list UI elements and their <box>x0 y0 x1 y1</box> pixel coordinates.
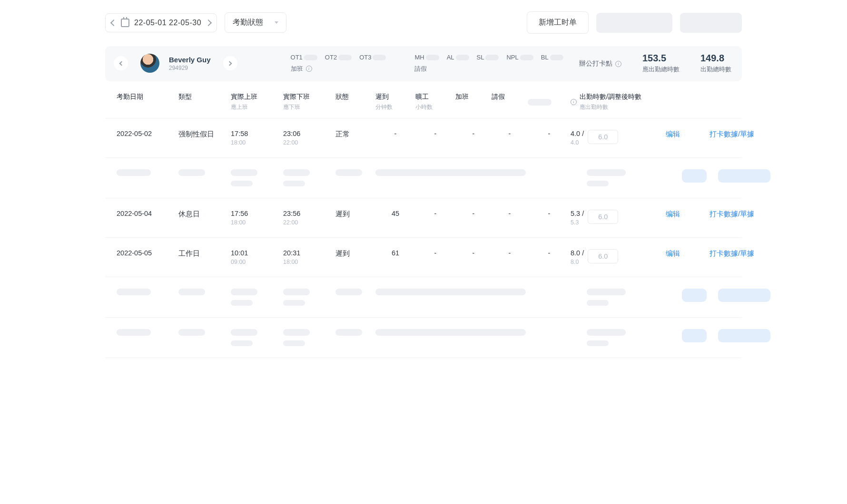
col-placeholder <box>528 93 571 111</box>
details-placeholder <box>718 289 770 302</box>
cell-late: - <box>375 130 415 137</box>
cell-actual-in: 10:0109:00 <box>231 249 283 265</box>
summary-metrics: 辦公打卡點 i 153.5 應出勤總時數 149.8 出勤總時數 <box>579 53 731 74</box>
cell-actual-in: 17:5818:00 <box>231 130 283 146</box>
details-link[interactable]: 打卡數據/單據 <box>709 130 754 139</box>
office-point-label: 辦公打卡點 <box>579 59 612 68</box>
metric-actual-value: 149.8 <box>700 53 731 64</box>
cell-extra: - <box>528 249 571 257</box>
cell-absent: - <box>415 210 455 217</box>
edit-link[interactable]: 编辑 <box>666 130 680 138</box>
cell-extra: - <box>528 210 571 217</box>
sl-label: SL <box>477 54 484 61</box>
table-row-skeleton <box>105 318 742 358</box>
info-icon[interactable]: i <box>571 99 577 105</box>
cell-date: 2022-05-04 <box>117 210 178 217</box>
ot1-pill <box>304 55 317 60</box>
edit-link[interactable]: 编辑 <box>666 250 680 257</box>
info-icon[interactable]: i <box>306 66 312 72</box>
metric-required: 153.5 應出勤總時數 <box>642 53 680 74</box>
col-status: 狀態 <box>335 93 349 100</box>
cell-status: 遲到 <box>335 249 375 258</box>
col-actual-in-sub: 應上班 <box>231 103 283 111</box>
table-body: 2022-05-02 强制性假日 17:5818:00 23:0622:00 正… <box>105 118 742 358</box>
details-link[interactable]: 打卡數據/單據 <box>709 249 754 258</box>
col-hours: i出勤時數/調整後時數應出勤時數 <box>571 93 666 111</box>
table-row: 2022-05-05 工作日 10:0109:00 20:3118:00 遲到 … <box>105 238 742 277</box>
overtime-label: 加班 <box>291 65 303 73</box>
leave-group: MH AL SL NPL BL 請假 <box>414 54 563 73</box>
cell-leave: - <box>492 210 528 217</box>
col-leave: 請假 <box>492 93 505 100</box>
cell-date: 2022-05-05 <box>117 249 178 257</box>
cell-actual-out: 23:5622:00 <box>283 210 335 226</box>
office-point: 辦公打卡點 i <box>579 59 621 68</box>
sl-pill <box>485 55 499 60</box>
page-root: 22-05-01 22-05-30 考勤狀態 新增工时单 Beverly Guy… <box>88 0 759 369</box>
person-name: Beverly Guy <box>169 56 211 64</box>
edit-placeholder <box>682 169 707 183</box>
col-late: 遲到 <box>375 93 389 100</box>
person-summary-card: Beverly Guy 294929 OT1 OT2 OT3 加班 i MH A… <box>105 46 742 81</box>
chevron-down-icon <box>275 21 278 24</box>
leave-label: 請假 <box>414 65 427 73</box>
bl-label: BL <box>541 54 549 61</box>
toolbar-placeholder <box>680 13 742 33</box>
chevron-right-icon[interactable] <box>205 19 212 26</box>
adjusted-hours-input[interactable]: 6.0 <box>588 249 618 263</box>
col-hours-sub: 應出勤時數 <box>580 103 641 111</box>
table-row: 2022-05-02 强制性假日 17:5818:00 23:0622:00 正… <box>105 118 742 158</box>
add-timesheet-button[interactable]: 新增工时单 <box>527 11 589 34</box>
attendance-status-select[interactable]: 考勤狀態 <box>225 12 286 33</box>
metric-actual: 149.8 出勤總時數 <box>700 53 731 74</box>
cell-overtime: - <box>455 249 492 257</box>
al-label: AL <box>447 54 454 61</box>
bl-pill <box>550 55 563 60</box>
col-actual-in: 實際上班 <box>231 93 257 100</box>
cell-hours: 4.0 / 4.0 6.0 <box>571 130 666 146</box>
cell-type: 强制性假日 <box>178 130 231 139</box>
calendar-icon <box>121 19 129 27</box>
col-absent: 曠工 <box>415 93 429 100</box>
cell-actual-out: 20:3118:00 <box>283 249 335 265</box>
toolbar: 22-05-01 22-05-30 考勤狀態 新增工时单 <box>105 11 742 34</box>
col-overtime: 加班 <box>455 93 469 100</box>
date-range-text: 22-05-01 22-05-30 <box>134 19 201 27</box>
details-link[interactable]: 打卡數據/單據 <box>709 210 754 219</box>
table-row-skeleton <box>105 158 742 198</box>
ot1-label: OT1 <box>291 54 303 61</box>
person-id: 294929 <box>169 65 211 71</box>
col-actual-out-sub: 應下班 <box>283 103 335 111</box>
cell-date: 2022-05-02 <box>117 130 178 137</box>
prev-person-button[interactable] <box>114 56 128 70</box>
edit-link[interactable]: 编辑 <box>666 210 680 218</box>
edit-placeholder <box>682 329 707 342</box>
chevron-left-icon[interactable] <box>110 19 117 26</box>
metric-actual-label: 出勤總時數 <box>700 66 731 74</box>
cell-status: 遲到 <box>335 210 375 219</box>
mh-pill <box>426 55 439 60</box>
col-absent-sub: 小時数 <box>415 103 455 111</box>
ot3-pill <box>373 55 386 60</box>
avatar <box>140 54 159 73</box>
details-placeholder <box>718 329 770 342</box>
date-range-picker[interactable]: 22-05-01 22-05-30 <box>105 13 217 32</box>
npl-pill <box>520 55 533 60</box>
table-header: 考勤日期 類型 實際上班應上班 實際下班應下班 狀態 遲到分钟数 曠工小時数 加… <box>105 81 742 118</box>
cell-actual-out: 23:0622:00 <box>283 130 335 146</box>
cell-leave: - <box>492 249 528 257</box>
metric-required-label: 應出勤總時數 <box>642 66 680 74</box>
info-icon[interactable]: i <box>615 61 621 67</box>
adjusted-hours-input[interactable]: 6.0 <box>588 130 618 144</box>
cell-actual-in: 17:5618:00 <box>231 210 283 226</box>
cell-late: 45 <box>375 210 415 217</box>
adjusted-hours-input[interactable]: 6.0 <box>588 210 618 224</box>
cell-status: 正常 <box>335 130 375 139</box>
col-actual-out: 實際下班 <box>283 93 310 100</box>
next-person-button[interactable] <box>223 56 237 70</box>
details-placeholder <box>718 169 770 183</box>
table-row: 2022-05-04 休息日 17:5618:00 23:5622:00 遲到 … <box>105 198 742 238</box>
cell-hours: 8.0 / 8.0 6.0 <box>571 249 666 265</box>
toolbar-placeholder <box>596 13 672 33</box>
mh-label: MH <box>414 54 424 61</box>
